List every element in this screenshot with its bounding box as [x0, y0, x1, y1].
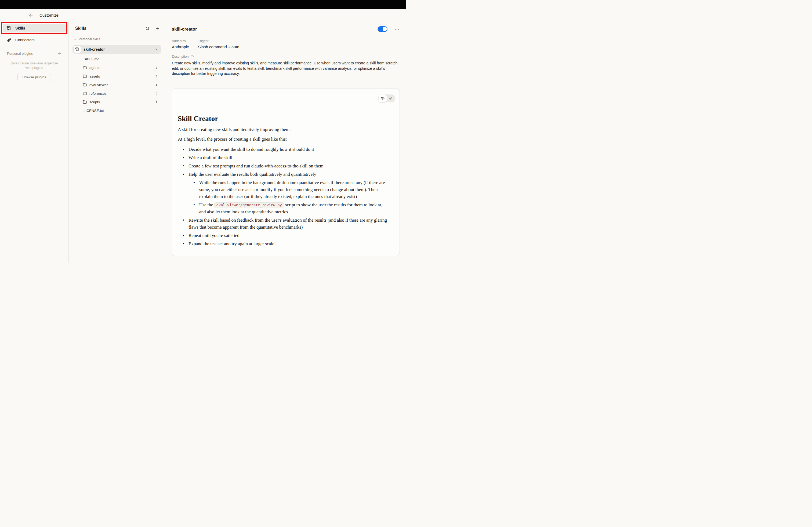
doc-bullet: Rewrite the skill based on feedback from… [178, 217, 389, 231]
added-by-field: Added by Anthropic [172, 39, 189, 50]
folder-icon [83, 74, 87, 78]
added-by-value: Anthropic [172, 45, 189, 49]
page-title: Customize [40, 13, 59, 17]
tree-item-label: scripts [89, 100, 100, 104]
preview-mode-button[interactable] [379, 94, 387, 102]
chevron-down-icon [155, 47, 158, 51]
doc-bullet: Repeat until you're satisfied [178, 232, 389, 239]
blocks-icon [6, 37, 11, 42]
tree-row[interactable]: eval-viewer [73, 80, 161, 89]
chevron-right-icon [155, 75, 158, 78]
chevron-down-icon [74, 38, 76, 41]
doc-bullet-text: While the runs happen in the background,… [199, 180, 385, 199]
group-label: Personal skills [79, 37, 100, 41]
code-icon [389, 96, 393, 100]
skill-markdown-preview-card: Skill Creator A skill for creating new s… [172, 89, 400, 256]
tree-item-label: LICENSE.txt [84, 109, 104, 113]
folder-icon [83, 65, 87, 70]
chevron-right-icon [155, 92, 158, 95]
tree-row[interactable]: assets [73, 72, 161, 80]
inline-code-chip: eval-viewer/generate_review.py [214, 202, 284, 208]
more-options-icon[interactable] [394, 26, 400, 32]
trigger-label: Trigger [198, 39, 239, 43]
skill-detail-panel: skill-creator Added by Anthropic Trigger… [165, 21, 406, 263]
add-skill-icon[interactable] [154, 25, 161, 32]
doc-bullet-text: Create a few test prompts and run claude… [188, 163, 323, 168]
chevron-right-icon [155, 83, 158, 87]
app-header: Customize [0, 9, 406, 21]
section-divider [172, 82, 400, 82]
doc-bullet: Decide what you want the skill to do and… [178, 146, 389, 153]
view-mode-toggle [379, 94, 395, 102]
tree-row[interactable]: references [73, 89, 161, 98]
trigger-value[interactable]: Slash command + auto [198, 45, 239, 50]
annotation-highlight-box: Skills [1, 22, 68, 34]
doc-bullet-text: Repeat until you're satisfied [188, 233, 240, 238]
skills-panel-title: Skills [75, 26, 141, 31]
scroll-icon [74, 46, 81, 53]
code-mode-button[interactable] [387, 94, 395, 102]
scroll-icon [6, 26, 11, 31]
doc-bullet-text: Rewrite the skill based on feedback from… [188, 217, 387, 230]
sidebar-item-label: Connectors [15, 38, 35, 42]
tree-item-label: references [89, 91, 106, 95]
arrow-left-icon [28, 13, 33, 18]
tree-item-label: SKILL.md [84, 57, 99, 61]
browse-plugins-button[interactable]: Browse plugins [17, 73, 51, 81]
settings-sidebar: Skills Connectors Personal plugins Give … [0, 21, 69, 263]
doc-bullet-text: Expand the test set and try again at lar… [188, 241, 274, 246]
doc-sublist: While the runs happen in the background,… [188, 179, 389, 215]
doc-bullet-text: Help the user evaluate the results both … [188, 172, 316, 177]
description-text: Create new skills, modify and improve ex… [172, 61, 400, 76]
back-button[interactable] [28, 12, 34, 18]
doc-bullet: Write a draft of the skill [178, 154, 389, 161]
doc-paragraph: A skill for creating new skills and iter… [178, 126, 389, 133]
doc-bullet-text: Write a draft of the skill [188, 155, 232, 160]
doc-paragraph: At a high level, the process of creating… [178, 136, 389, 143]
add-plugin-button[interactable] [57, 51, 62, 56]
skills-panel: Skills Personal skills skill-creator SKI… [69, 21, 165, 263]
folder-icon [83, 100, 87, 104]
skill-file-tree: SKILL.mdagentsassetseval-viewerreference… [73, 55, 161, 115]
markdown-document: Skill Creator A skill for creating new s… [172, 89, 400, 247]
doc-bullet: Help the user evaluate the results both … [178, 171, 389, 215]
skill-enabled-toggle[interactable] [378, 26, 388, 32]
tree-row[interactable]: LICENSE.txt [73, 106, 161, 115]
search-icon[interactable] [144, 25, 151, 32]
doc-bullet: While the runs happen in the background,… [188, 179, 389, 200]
info-icon[interactable] [190, 55, 194, 59]
system-titlebar [0, 0, 406, 9]
skill-name: skill-creator [84, 47, 105, 51]
doc-bullet: Expand the test set and try again at lar… [178, 240, 389, 247]
skill-row-selected[interactable]: skill-creator [73, 45, 161, 54]
sidebar-item-skills[interactable]: Skills [3, 24, 66, 32]
tree-item-label: agents [89, 66, 100, 70]
tree-row[interactable]: SKILL.md [73, 55, 161, 63]
personal-skills-group[interactable]: Personal skills [74, 37, 161, 41]
sidebar-item-label: Skills [15, 26, 25, 30]
doc-bullet-text: Decide what you want the skill to do and… [188, 147, 314, 152]
doc-bullet: Use the eval-viewer/generate_review.py s… [188, 201, 389, 215]
chevron-right-icon [155, 100, 158, 104]
tree-item-label: assets [89, 74, 100, 78]
skill-detail-title: skill-creator [172, 26, 378, 32]
folder-icon [83, 82, 87, 87]
doc-bullet-list: Decide what you want the skill to do and… [178, 146, 389, 247]
doc-bullet: Create a few test prompts and run claude… [178, 163, 389, 169]
chevron-right-icon [155, 66, 158, 70]
doc-heading: Skill Creator [178, 114, 389, 123]
tree-row[interactable]: scripts [73, 98, 161, 106]
eye-icon [380, 96, 385, 100]
added-by-label: Added by [172, 39, 189, 43]
plugins-hint-text: Give Claude role-level expertise with pl… [8, 61, 61, 70]
description-label: Description [172, 55, 189, 59]
tree-item-label: eval-viewer [89, 83, 108, 87]
personal-plugins-label: Personal plugins [7, 51, 33, 56]
trigger-field: Trigger Slash command + auto [198, 39, 239, 50]
sidebar-item-connectors[interactable]: Connectors [3, 36, 66, 44]
tree-row[interactable]: agents [73, 63, 161, 72]
folder-icon [83, 91, 87, 95]
doc-bullet-text: Use the eval-viewer/generate_review.py s… [199, 202, 382, 214]
